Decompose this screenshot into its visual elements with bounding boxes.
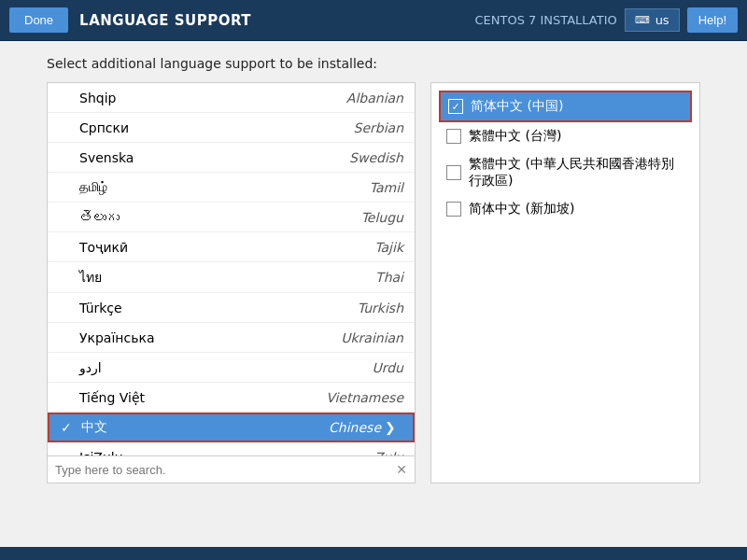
language-list-item[interactable]: IsiZuluZulu [48, 442, 415, 455]
language-english-name: Urdu [242, 360, 404, 375]
search-clear-icon[interactable]: ✕ [396, 462, 407, 477]
dialect-label: 简体中文 (新加坡) [469, 201, 574, 217]
dialect-label: 繁體中文 (台灣) [469, 128, 561, 145]
language-native-name: தமிழ் [79, 179, 242, 195]
language-panel: ShqipAlbanianСрпскиSerbianSvenskaSwedish… [47, 82, 416, 483]
subtitle: Select additional language support to be… [47, 56, 700, 71]
language-english-name: Tamil [242, 180, 404, 195]
keyboard-layout: us [655, 13, 669, 27]
language-list-item[interactable]: СрпскиSerbian [48, 113, 415, 143]
header: Done LANGUAGE SUPPORT CENTOS 7 INSTALLAT… [0, 0, 747, 41]
dialect-list-item[interactable]: 繁體中文 (中華人民共和國香港特別行政區) [439, 150, 692, 195]
language-list-item[interactable]: SvenskaSwedish [48, 143, 415, 173]
language-english-name: Ukrainian [242, 330, 404, 345]
language-english-name: Swedish [242, 150, 404, 165]
language-english-name: Thai [242, 270, 404, 285]
language-list-item[interactable]: اردوUrdu [48, 353, 415, 383]
language-native-name: Српски [79, 120, 242, 135]
header-right: CENTOS 7 INSTALLATIO ⌨ us Help! [474, 7, 738, 33]
language-list-item[interactable]: ShqipAlbanian [48, 83, 415, 113]
page-title: LANGUAGE SUPPORT [79, 12, 251, 29]
language-english-name: Serbian [242, 120, 404, 135]
language-list-item[interactable]: தமிழ்Tamil [48, 173, 415, 203]
language-list: ShqipAlbanianСрпскиSerbianSvenskaSwedish… [48, 83, 415, 455]
language-english-name: Chinese [232, 420, 382, 435]
checkmark-icon: ✓ [61, 420, 78, 435]
language-english-name: Turkish [242, 301, 404, 315]
language-english-name: Vietnamese [242, 390, 404, 405]
help-button[interactable]: Help! [687, 7, 738, 33]
language-list-item[interactable]: Tiếng ViệtVietnamese [48, 383, 415, 413]
dialect-checkbox[interactable] [446, 165, 461, 180]
search-bar: ✕ [48, 455, 415, 483]
centos-label: CENTOS 7 INSTALLATIO [474, 13, 616, 27]
keyboard-indicator[interactable]: ⌨ us [625, 8, 680, 32]
panels: ShqipAlbanianСрпскиSerbianSvenskaSwedish… [47, 82, 700, 483]
dialect-checkbox[interactable] [446, 202, 461, 217]
arrow-right-icon: ❯ [385, 420, 402, 435]
language-list-item[interactable]: తెలుగుTelugu [48, 203, 415, 232]
dialect-panel: ✓简体中文 (中国)繁體中文 (台灣)繁體中文 (中華人民共和國香港特別行政區)… [430, 82, 700, 483]
dialect-list-item[interactable]: ✓简体中文 (中国) [439, 91, 692, 122]
language-list-item[interactable]: TürkçeTurkish [48, 293, 415, 323]
language-native-name: 中文 [81, 419, 232, 436]
language-native-name: Tiếng Việt [79, 390, 242, 405]
dialect-label: 繁體中文 (中華人民共和國香港特別行政區) [469, 156, 684, 189]
keyboard-icon: ⌨ [635, 14, 650, 26]
language-native-name: Тоҷикӣ [79, 240, 242, 255]
dialect-checkbox[interactable]: ✓ [448, 99, 463, 114]
language-list-item[interactable]: УкраїнськаUkrainian [48, 323, 415, 353]
dialect-list-item[interactable]: 繁體中文 (台灣) [439, 122, 692, 150]
header-left: Done LANGUAGE SUPPORT [9, 7, 251, 33]
language-list-item[interactable]: ТоҷикӣTajik [48, 232, 415, 262]
language-english-name: Albanian [242, 91, 404, 105]
dialect-list-item[interactable]: 简体中文 (新加坡) [439, 195, 692, 223]
language-english-name: Tajik [242, 240, 404, 255]
done-button[interactable]: Done [9, 7, 68, 33]
language-english-name: Telugu [242, 210, 404, 225]
dialect-checkbox[interactable] [446, 129, 461, 144]
language-list-item[interactable]: ไทยThai [48, 262, 415, 293]
language-native-name: اردو [79, 360, 242, 375]
dialect-label: 简体中文 (中国) [471, 98, 563, 115]
language-native-name: తెలుగు [79, 210, 242, 225]
language-native-name: Shqip [79, 91, 242, 105]
main-content: Select additional language support to be… [0, 41, 747, 547]
language-native-name: ไทย [79, 267, 242, 287]
language-native-name: Türkçe [79, 301, 242, 315]
language-list-item[interactable]: ✓中文Chinese❯ [48, 413, 415, 442]
language-native-name: Українська [79, 330, 242, 345]
search-input[interactable] [55, 463, 396, 477]
language-native-name: Svenska [79, 150, 242, 165]
